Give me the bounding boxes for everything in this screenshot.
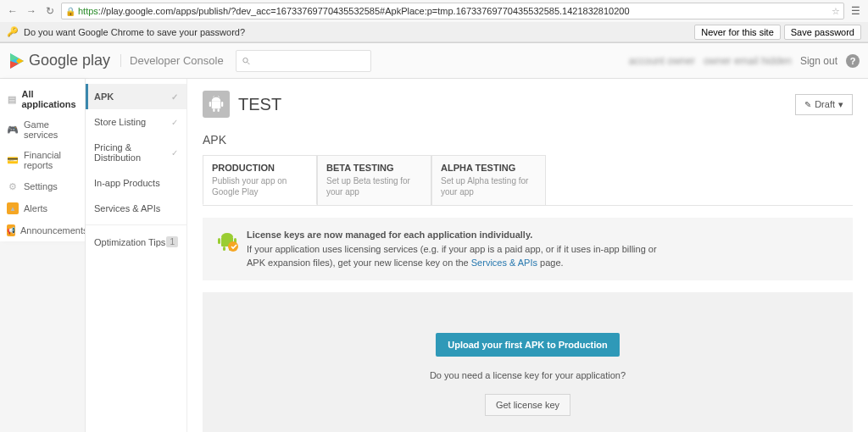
never-for-site-button[interactable]: Never for this site: [694, 25, 781, 40]
help-icon[interactable]: ?: [846, 54, 860, 68]
save-password-prompt: Do you want Google Chrome to save your p…: [24, 27, 245, 37]
save-password-button[interactable]: Save password: [784, 25, 861, 40]
get-license-key-button[interactable]: Get license key: [485, 394, 570, 416]
svg-point-4: [242, 58, 247, 62]
chrome-toolbar: ← → ↻ 🔒 https://play.google.com/apps/pub…: [0, 0, 868, 22]
nav-settings-label: Settings: [24, 181, 58, 191]
subnav-pricing[interactable]: Pricing & Distribution: [86, 135, 186, 170]
tab-alpha-title: ALPHA TESTING: [441, 163, 537, 173]
tab-alpha-desc: Set up Alpha testing for your app: [441, 175, 537, 197]
draft-button[interactable]: ✎ Draft ▾: [795, 94, 853, 115]
google-play-logo[interactable]: Google play: [8, 52, 110, 69]
url-rest: ://play.google.com/apps/publish/?dev_acc…: [98, 6, 630, 16]
tab-alpha[interactable]: ALPHA TESTING Set up Alpha testing for y…: [431, 155, 546, 205]
nav-financial-reports[interactable]: 💳 Financial reports: [0, 145, 85, 175]
svg-line-5: [247, 62, 249, 64]
chevron-down-icon: ▾: [838, 99, 843, 110]
license-question: Do you need a license key for your appli…: [430, 370, 626, 380]
android-key-icon: [214, 228, 238, 252]
back-button[interactable]: ←: [5, 3, 20, 19]
left-nav: ▤ All applications 🎮 Game services 💳 Fin…: [0, 79, 85, 241]
save-password-bar: 🔑 Do you want Google Chrome to save your…: [0, 22, 868, 42]
account-email: owner email hidden: [704, 55, 792, 67]
search-icon: [242, 56, 251, 66]
subnav-store-listing[interactable]: Store Listing: [86, 109, 186, 135]
tab-beta[interactable]: BETA TESTING Set up Beta testing for you…: [317, 155, 431, 205]
header-bar: Google play Developer Console account ow…: [0, 43, 868, 79]
play-triangle-icon: [8, 53, 25, 69]
pencil-icon: ✎: [804, 100, 811, 109]
tab-beta-desc: Set up Beta testing for your app: [326, 175, 422, 197]
upload-apk-button[interactable]: Upload your first APK to Production: [436, 333, 619, 357]
nav-announcements[interactable]: 📢 Announcements: [0, 219, 85, 241]
nav-financial-reports-label: Financial reports: [24, 150, 78, 170]
reports-icon: 💳: [7, 154, 19, 166]
svg-rect-10: [221, 102, 223, 107]
content: TEST ✎ Draft ▾ APK PRODUCTION Publish yo…: [187, 79, 868, 432]
gamepad-icon: 🎮: [7, 124, 19, 136]
subnav-apk[interactable]: APK: [86, 84, 186, 109]
grid-icon: ▤: [7, 93, 16, 105]
header-right: account owner owner email hidden Sign ou…: [629, 54, 860, 68]
subnav-optimization-label: Optimization Tips: [94, 237, 165, 247]
subnav-apk-label: APK: [94, 91, 114, 102]
subnav-in-app-products[interactable]: In-app Products: [86, 170, 186, 196]
developer-console-label: Developer Console: [120, 54, 224, 67]
panel: License keys are now managed for each ap…: [203, 205, 853, 432]
svg-line-14: [218, 96, 220, 97]
sign-out-link[interactable]: Sign out: [800, 55, 837, 67]
nav-game-services[interactable]: 🎮 Game services: [0, 114, 85, 145]
notice-line2a: APK expansion files), get your new licen…: [247, 258, 471, 268]
subnav-separator: [86, 224, 186, 225]
forward-button[interactable]: →: [24, 3, 39, 19]
optimization-count-badge: 1: [166, 236, 178, 247]
upload-area: Upload your first APK to Production Do y…: [203, 292, 853, 433]
svg-point-20: [228, 241, 238, 252]
page-header: TEST ✎ Draft ▾: [187, 79, 868, 130]
notice-bold: License keys are now managed for each ap…: [247, 230, 532, 240]
subnav-in-app-label: In-app Products: [94, 178, 160, 188]
svg-rect-12: [218, 108, 220, 112]
search-box: [236, 50, 371, 72]
nav-all-applications[interactable]: ▤ All applications: [0, 84, 85, 114]
notice-line1: If your application uses licensing servi…: [247, 244, 657, 254]
svg-rect-9: [209, 102, 211, 107]
tab-beta-title: BETA TESTING: [326, 163, 422, 173]
svg-rect-16: [218, 238, 220, 244]
gear-icon: ⚙: [7, 180, 19, 192]
svg-line-13: [213, 96, 214, 97]
tab-production-desc: Publish your app on Google Play: [212, 175, 308, 197]
svg-rect-18: [223, 246, 225, 251]
nav-alerts-label: Alerts: [24, 203, 47, 213]
key-icon: 🔑: [7, 26, 19, 37]
url-bar[interactable]: 🔒 https://play.google.com/apps/publish/?…: [61, 3, 844, 19]
bookmark-star-icon[interactable]: ☆: [832, 6, 840, 17]
sub-nav: APK Store Listing Pricing & Distribution…: [86, 79, 187, 432]
nav-all-applications-label: All applications: [21, 89, 78, 109]
subnav-services-apis[interactable]: Services & APIs: [86, 196, 186, 221]
nav-settings[interactable]: ⚙ Settings: [0, 175, 85, 197]
app-icon: [203, 91, 230, 118]
url-scheme: https: [78, 6, 98, 16]
alert-icon: ▲: [7, 202, 19, 214]
chrome-menu-icon[interactable]: ☰: [848, 3, 863, 19]
nav-alerts[interactable]: ▲ Alerts: [0, 197, 85, 219]
reload-button[interactable]: ↻: [42, 3, 58, 19]
search-input[interactable]: [253, 56, 364, 66]
draft-label: Draft: [815, 99, 835, 109]
subnav-store-listing-label: Store Listing: [94, 117, 146, 127]
services-apis-link[interactable]: Services & APIs: [471, 258, 537, 268]
lock-icon: 🔒: [65, 7, 75, 16]
nav-game-services-label: Game services: [24, 119, 78, 140]
apk-tabs: PRODUCTION Publish your app on Google Pl…: [187, 155, 868, 205]
tab-production[interactable]: PRODUCTION Publish your app on Google Pl…: [203, 155, 317, 205]
tab-production-title: PRODUCTION: [212, 163, 308, 173]
notice-text: License keys are now managed for each ap…: [247, 228, 657, 270]
subnav-services-label: Services & APIs: [94, 203, 160, 213]
license-notice: License keys are now managed for each ap…: [203, 218, 853, 280]
check-icon: [171, 148, 178, 158]
svg-rect-11: [213, 108, 214, 112]
notice-line2b: page.: [537, 258, 564, 268]
subnav-optimization-tips[interactable]: Optimization Tips 1: [86, 229, 186, 255]
app-body: ▤ All applications 🎮 Game services 💳 Fin…: [0, 79, 868, 432]
